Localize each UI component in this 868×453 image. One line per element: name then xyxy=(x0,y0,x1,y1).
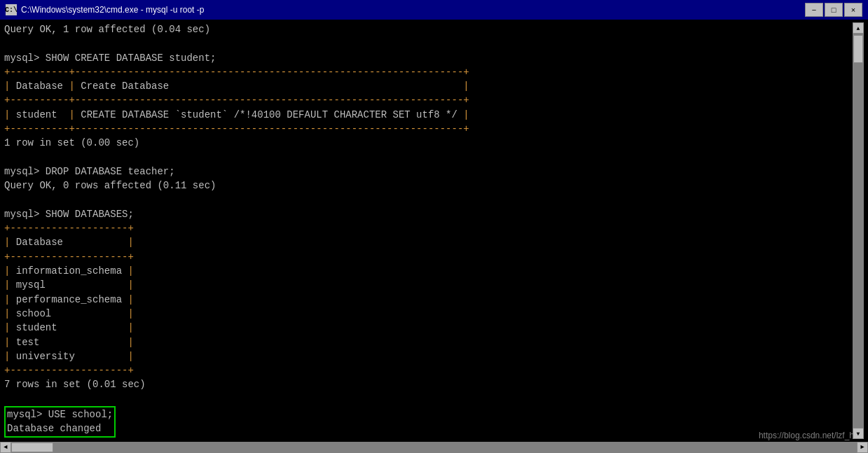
table-dbs-border-bot: +--------------------+ xyxy=(4,363,853,377)
table-dbs-row-4: | school | xyxy=(4,307,853,321)
minimize-button[interactable]: − xyxy=(805,3,823,17)
window-title: C:\Windows\system32\cmd.exe - mysql -u r… xyxy=(21,5,204,15)
line-drop-result: Query OK, 0 rows affected (0.11 sec) xyxy=(4,179,853,193)
table-dbs-row-6: | test | xyxy=(4,335,853,349)
table-create-border-top: +----------+----------------------------… xyxy=(4,65,853,79)
line-final-prompt: mysql> xyxy=(4,438,853,439)
line-empty-4 xyxy=(4,392,853,406)
terminal-body: Query OK, 1 row affected (0.04 sec) mysq… xyxy=(0,20,868,442)
line-1-row: 1 row in set (0.00 sec) xyxy=(4,136,853,150)
table-dbs-row-5: | student | xyxy=(4,321,853,335)
horizontal-scrollbar[interactable]: ◄ ► xyxy=(0,442,868,453)
table-dbs-row-3: | performance_schema | xyxy=(4,293,853,307)
scroll-down-button[interactable]: ▼ xyxy=(853,428,864,439)
maximize-button[interactable]: □ xyxy=(825,3,843,17)
table-dbs-row-7: | university | xyxy=(4,349,853,363)
scroll-up-button[interactable]: ▲ xyxy=(853,22,864,34)
h-scroll-thumb[interactable] xyxy=(11,442,53,452)
table-dbs-header: | Database | xyxy=(4,235,853,249)
window-controls[interactable]: − □ × xyxy=(805,3,862,17)
terminal-window: C:\ C:\Windows\system32\cmd.exe - mysql … xyxy=(0,0,868,453)
title-bar: C:\ C:\Windows\system32\cmd.exe - mysql … xyxy=(0,0,868,20)
scroll-track[interactable] xyxy=(853,34,864,428)
line-empty-2 xyxy=(4,151,853,165)
watermark: https://blog.csdn.net/lzf_h xyxy=(759,431,854,440)
table-create-border-mid: +----------+----------------------------… xyxy=(4,93,853,107)
table-create-header: | Database | Create Database | xyxy=(4,79,853,93)
line-db-changed: Database changed xyxy=(6,421,114,435)
table-dbs-row-2: | mysql | xyxy=(4,278,853,292)
scroll-right-button[interactable]: ► xyxy=(857,442,868,453)
table-dbs-border-mid: +--------------------+ xyxy=(4,250,853,264)
line-empty-1 xyxy=(4,36,853,50)
table-dbs-row-1: | information_schema | xyxy=(4,264,853,278)
close-button[interactable]: × xyxy=(844,3,862,17)
table-dbs-border-top: +--------------------+ xyxy=(4,221,853,235)
line-query-ok: Query OK, 1 row affected (0.04 sec) xyxy=(4,22,853,36)
line-empty-3 xyxy=(4,193,853,207)
highlighted-block: mysql> USE school; Database changed xyxy=(4,406,116,438)
cmd-icon: C:\ xyxy=(6,4,17,15)
terminal-content[interactable]: Query OK, 1 row affected (0.04 sec) mysq… xyxy=(4,22,853,439)
line-7-rows: 7 rows in set (0.01 sec) xyxy=(4,377,853,391)
line-use-school: mysql> USE school; xyxy=(6,407,114,421)
table-create-border-bot: +----------+----------------------------… xyxy=(4,122,853,136)
line-show-dbs-cmd: mysql> SHOW DATABASES; xyxy=(4,207,853,221)
h-scroll-track[interactable] xyxy=(11,442,857,453)
table-create-row: | student | CREATE DATABASE `student` /*… xyxy=(4,108,853,122)
line-drop-cmd: mysql> DROP DATABASE teacher; xyxy=(4,165,853,179)
line-show-create-cmd: mysql> SHOW CREATE DATABASE student; xyxy=(4,51,853,65)
scroll-thumb[interactable] xyxy=(853,35,863,63)
scroll-left-button[interactable]: ◄ xyxy=(0,442,11,453)
title-bar-left: C:\ C:\Windows\system32\cmd.exe - mysql … xyxy=(6,4,204,15)
scrollbar[interactable]: ▲ ▼ xyxy=(853,22,864,439)
